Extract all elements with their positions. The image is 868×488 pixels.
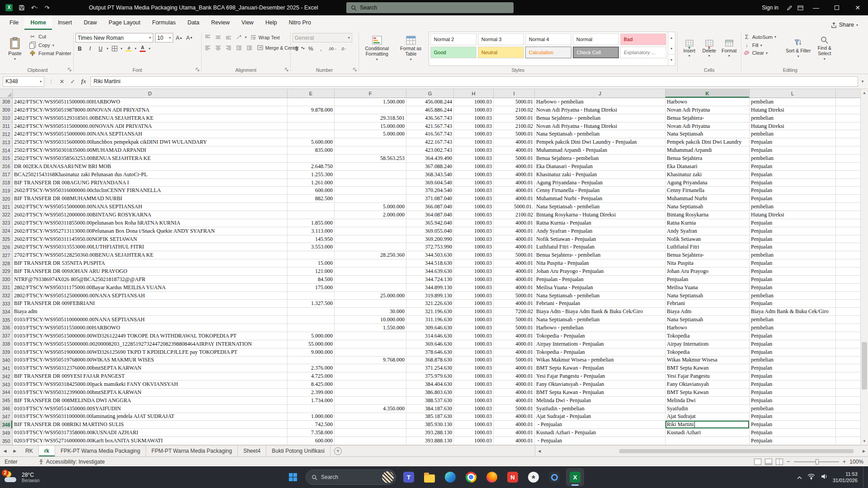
zoom-out-button[interactable]: − (787, 458, 790, 465)
cell-k309[interactable]: Novan Adi Priyatna (665, 106, 750, 114)
cell-e327[interactable] (288, 251, 335, 259)
cell-i342[interactable]: 4000.01 (494, 372, 535, 380)
cell-l329[interactable]: Penjualan (750, 267, 836, 276)
cell-k344[interactable]: BMT Septa Kawan (665, 389, 750, 397)
cell-k323[interactable]: Ratna Kurnia (665, 219, 750, 227)
cell-l309[interactable]: Hutang Direksi (750, 106, 836, 114)
cell-d314[interactable]: 2502/FTSCY/WS950301835000.00MUHAMAD ARPA… (13, 146, 288, 155)
gallery-up-icon[interactable]: ▲ (668, 32, 675, 43)
cell-f313[interactable] (335, 138, 406, 146)
cell-e349[interactable]: 7.358.000 (288, 429, 335, 437)
cell-f318[interactable] (335, 179, 406, 187)
cell-f320[interactable] (335, 195, 406, 203)
cell-l317[interactable]: Penjualan (750, 171, 836, 179)
cell-l345[interactable]: Penjualan (750, 397, 836, 405)
maximize-button[interactable] (826, 0, 847, 15)
cell-style-explanatory[interactable]: Explanatory ... (620, 47, 666, 58)
cell-d346[interactable]: 0103/FTSCY/WS950514350000.00SYAIFUDIN (13, 405, 288, 413)
sheet-nav-prev-icon[interactable]: ◀ (0, 446, 10, 456)
cell-h348[interactable]: 1000.03 (454, 421, 494, 429)
cell-d332[interactable]: 2802/FTSCY/WS9505125000000.00NANA SEPTIA… (13, 292, 288, 300)
cell-g343[interactable]: 384.404.630 (406, 380, 454, 389)
clear-button[interactable]: Clear▾ (743, 50, 785, 56)
cell-h334[interactable]: 1000.03 (454, 308, 494, 316)
cell-d316[interactable]: DR 002EKA DIANASARI/NEW BRI MOB (13, 163, 288, 171)
close-button[interactable]: ✕ (847, 0, 868, 15)
cell-f315[interactable]: 58.563.253 (335, 155, 406, 163)
weather-widget[interactable]: 2 28°C Berawan (5, 469, 39, 486)
cell-k348[interactable]: Riki Martini (665, 421, 750, 429)
delete-cells-button[interactable]: × Delete ▾ (699, 32, 719, 66)
cell-f309[interactable] (335, 106, 406, 114)
borders-button[interactable] (110, 44, 119, 53)
cell-d322[interactable]: 2602/FTSCY/WS950512000000.00BINTANG ROSY… (13, 211, 288, 219)
cell-e309[interactable]: 9.878.000 (288, 106, 335, 114)
cell-d350[interactable]: 0203/FTSCY/WS952716000000.00Karft boxANI… (13, 437, 288, 445)
cell-g333[interactable]: 321.226.630 (406, 300, 454, 308)
cell-e324[interactable]: 3.113.000 (288, 227, 335, 235)
cell-f310[interactable]: 29.318.501 (335, 114, 406, 122)
cell-e343[interactable]: 8.425.000 (288, 380, 335, 389)
cell-k325[interactable]: Nofik Setiawan (665, 235, 750, 244)
cell-g313[interactable]: 422.167.743 (406, 138, 454, 146)
cell-k340[interactable]: Wikas Makmur Wisesa (665, 357, 750, 365)
cell-i320[interactable]: 4000.01 (494, 195, 535, 203)
cell-j333[interactable]: Febriani - Penjualan (535, 300, 665, 308)
zoom-level[interactable]: 100% (849, 459, 863, 465)
copy-button[interactable]: Copy▾ (29, 42, 71, 49)
cell-d309[interactable]: 2402/FTSCY/WS950519878000.00NOVAN ADI PR… (13, 106, 288, 114)
cell-h311[interactable]: 1000.03 (454, 122, 494, 131)
cell-g323[interactable]: 365.942.040 (406, 219, 454, 227)
cell-j316[interactable]: Eka Dianasari - Penjualan (535, 163, 665, 171)
cell-e333[interactable]: 1.327.500 (288, 300, 335, 308)
cell-j309[interactable]: Novan Adi Priyatna - Hutang Direksi (535, 106, 665, 114)
share-button[interactable]: Share ▾ (827, 20, 862, 30)
cell-h336[interactable]: 1000.03 (454, 324, 494, 332)
ribbon-tab-insert[interactable]: Insert (52, 15, 78, 30)
zoom-in-button[interactable]: + (843, 458, 846, 465)
cell-k331[interactable]: Meilisa Yuana (665, 284, 750, 292)
scroll-up-icon[interactable]: ▲ (861, 89, 868, 97)
cell-h312[interactable]: 1000.03 (454, 130, 494, 138)
cell-j337[interactable]: Tokopedia - Penjualan (535, 332, 665, 340)
cell-style-normal-4[interactable]: Normal 4 (525, 33, 571, 45)
normal-view-icon[interactable] (754, 459, 761, 465)
row-header-314[interactable]: 314 (0, 146, 13, 155)
cell-f311[interactable]: 15.000.000 (335, 122, 406, 131)
cell-g325[interactable]: 369.200.990 (406, 235, 454, 244)
cell-g315[interactable]: 364.439.490 (406, 155, 454, 163)
ribbon-tab-draw[interactable]: Draw (78, 15, 103, 30)
format-cells-button[interactable]: Format ▾ (719, 32, 739, 66)
cell-e346[interactable] (288, 405, 335, 413)
accessibility-checker[interactable]: Accessibility: Investigate (38, 459, 105, 465)
cell-j335[interactable]: Nana Septiansah - pembelian (535, 316, 665, 324)
row-header-331[interactable]: 331 (0, 284, 13, 292)
cancel-entry-icon[interactable]: ✕ (57, 76, 67, 86)
cell-l335[interactable]: pembelian (750, 316, 836, 324)
cell-j326[interactable]: Luthfiatul Fitri - Penjualan (535, 243, 665, 251)
conditional-formatting-button[interactable]: Conditional Formatting ▾ (361, 32, 393, 66)
cell-i349[interactable]: 4000.01 (494, 429, 535, 437)
ribbon-display-options-icon[interactable] (795, 2, 806, 13)
row-header-318[interactable]: 318 (0, 179, 13, 187)
cell-h326[interactable]: 1000.03 (454, 243, 494, 251)
cell-d327[interactable]: 2702/FTSCY/WS9505128250360.00BENUA SEJAH… (13, 251, 288, 259)
cell-e335[interactable] (288, 316, 335, 324)
cell-j330[interactable]: Penjualan - Penjualan (535, 276, 665, 284)
cell-d344[interactable]: 0103/FTSCY/WS950312399000.00bmtSEPTA KAR… (13, 389, 288, 397)
cell-g346[interactable]: 384.187.630 (406, 405, 454, 413)
cell-d341[interactable]: 0103/FTSCY/WS950312376000.00bmtSEPTA KAR… (13, 364, 288, 372)
cell-f329[interactable] (335, 267, 406, 276)
cell-e315[interactable] (288, 155, 335, 163)
cell-e317[interactable]: 1.255.300 (288, 171, 335, 179)
cell-g318[interactable]: 369.604.540 (406, 179, 454, 187)
cell-j331[interactable]: Meilisa Yuana - Penjualan (535, 284, 665, 292)
page-layout-view-icon[interactable] (765, 459, 772, 465)
cell-i333[interactable]: 4000.01 (494, 300, 535, 308)
cell-e310[interactable] (288, 114, 335, 122)
row-header-326[interactable]: 326 (0, 243, 13, 251)
cell-f321[interactable]: 5.000.000 (335, 203, 406, 211)
cell-g348[interactable]: 385.930.130 (406, 421, 454, 429)
cell-i334[interactable]: 7200.02 (494, 308, 535, 316)
zoom-slider-thumb[interactable] (816, 459, 819, 465)
